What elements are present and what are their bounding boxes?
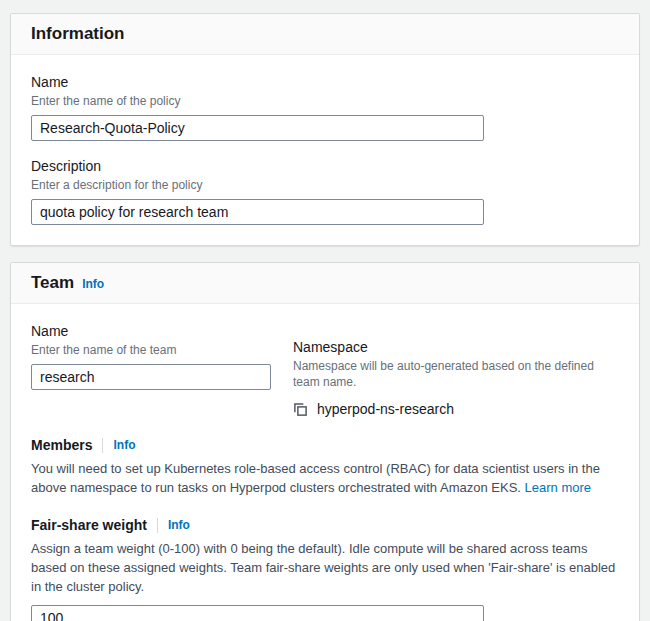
members-text: You will need to set up Kubernetes role-…: [31, 461, 600, 495]
members-paragraph: You will need to set up Kubernetes role-…: [31, 459, 619, 497]
team-name-field: Name Enter the name of the team: [31, 322, 293, 417]
team-name-label: Name: [31, 322, 293, 340]
policy-name-input[interactable]: [31, 115, 484, 141]
namespace-value: hyperpod-ns-research: [317, 401, 454, 417]
information-panel: Information Name Enter the name of the p…: [10, 13, 640, 246]
label-divider: [102, 438, 103, 453]
team-name-input[interactable]: [31, 364, 271, 390]
team-panel-body: Name Enter the name of the team Namespac…: [11, 304, 639, 621]
information-panel-title: Information: [31, 24, 125, 44]
policy-name-description: Enter the name of the policy: [31, 93, 619, 109]
namespace-label: Namespace: [293, 338, 619, 356]
members-section: Members Info You will need to set up Kub…: [31, 436, 619, 497]
team-panel: Team Info Name Enter the name of the tea…: [10, 262, 640, 621]
policy-description-label: Description: [31, 157, 619, 175]
members-info-link[interactable]: Info: [113, 438, 135, 453]
fair-share-description: Assign a team weight (0-100) with 0 bein…: [31, 539, 619, 596]
copy-icon[interactable]: [293, 402, 308, 417]
information-panel-body: Name Enter the name of the policy Descri…: [11, 55, 639, 245]
fair-share-label: Fair-share weight: [31, 516, 147, 534]
namespace-field: Namespace Namespace will be auto-generat…: [293, 338, 619, 417]
team-panel-title: Team: [31, 273, 74, 293]
label-divider: [157, 518, 158, 533]
policy-name-field: Name Enter the name of the policy: [31, 73, 619, 141]
namespace-value-row: hyperpod-ns-research: [293, 401, 619, 417]
members-label-row: Members Info: [31, 436, 619, 454]
policy-description-field: Description Enter a description for the …: [31, 157, 619, 225]
fair-share-label-row: Fair-share weight Info: [31, 516, 619, 534]
learn-more-link[interactable]: Learn more: [525, 480, 591, 495]
information-panel-header: Information: [11, 14, 639, 55]
namespace-description: Namespace will be auto-generated based o…: [293, 358, 619, 390]
policy-description-input[interactable]: [31, 199, 484, 225]
policy-name-label: Name: [31, 73, 619, 91]
members-label: Members: [31, 436, 92, 454]
fair-share-section: Fair-share weight Info Assign a team wei…: [31, 516, 619, 621]
fair-share-info-link[interactable]: Info: [168, 518, 190, 533]
team-panel-header: Team Info: [11, 263, 639, 304]
fair-share-weight-input[interactable]: [31, 605, 484, 621]
policy-description-description: Enter a description for the policy: [31, 177, 619, 193]
team-name-description: Enter the name of the team: [31, 342, 293, 358]
team-name-namespace-row: Name Enter the name of the team Namespac…: [31, 322, 619, 417]
team-info-link[interactable]: Info: [82, 277, 104, 292]
